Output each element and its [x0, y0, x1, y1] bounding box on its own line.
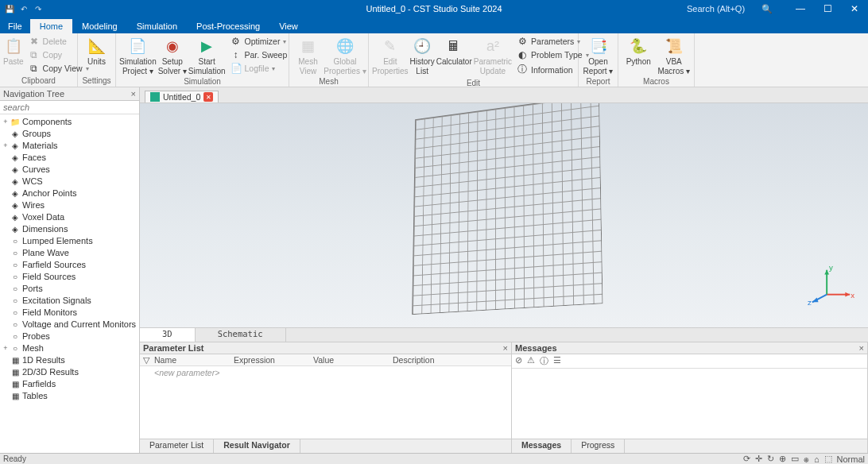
tree-item[interactable]: ○Field Sources — [0, 271, 139, 283]
vba-macros-button[interactable]: 📜VBA Macros ▾ — [657, 35, 692, 75]
tree-item[interactable]: ○Excitation Signals — [0, 295, 139, 307]
units-button[interactable]: 📐Units — [81, 35, 112, 67]
maximize-button[interactable]: ☐ — [814, 0, 841, 17]
tree-expander-icon[interactable]: + — [2, 116, 10, 128]
tree-item[interactable]: ○Plane Wave — [0, 247, 139, 259]
tree-item[interactable]: ◈Voxel Data — [0, 211, 139, 223]
tree-item[interactable]: ▦Farfields — [0, 378, 139, 390]
tree-item[interactable]: ◈Anchor Points — [0, 188, 139, 199]
tree-item[interactable]: ◈Faces — [0, 152, 139, 164]
tree-item[interactable]: +📁Components — [0, 116, 139, 128]
tab-file[interactable]: File — [0, 19, 30, 33]
optimizer-button[interactable]: ⚙Optimizer — [227, 35, 291, 48]
tree-expander-icon[interactable] — [2, 378, 10, 390]
status-icon-4[interactable]: ⊕ — [779, 454, 786, 464]
tree-expander-icon[interactable] — [2, 128, 10, 140]
tree-expander-icon[interactable] — [2, 259, 10, 271]
tree-item[interactable]: +◈Materials — [0, 140, 139, 152]
tree-expander-icon[interactable] — [2, 271, 10, 283]
tab-home[interactable]: Home — [30, 19, 72, 33]
tree-expander-icon[interactable] — [2, 152, 10, 164]
setup-solver-button[interactable]: ◉Setup Solver ▾ — [158, 35, 187, 75]
tab-view[interactable]: View — [269, 19, 308, 33]
parametric-update-button[interactable]: a²Parametric Update — [474, 35, 512, 75]
tree-expander-icon[interactable] — [2, 164, 10, 176]
status-icon-3[interactable]: ↻ — [767, 454, 774, 464]
tree-expander-icon[interactable] — [2, 307, 10, 319]
search-box[interactable]: 🔍 — [687, 4, 773, 14]
tree-expander-icon[interactable] — [2, 295, 10, 307]
status-icon-1[interactable]: ⟳ — [743, 454, 750, 464]
calculator-button[interactable]: 🖩Calculator — [436, 35, 472, 67]
tree-item[interactable]: ○Farfield Sources — [0, 259, 139, 271]
tree-expander-icon[interactable] — [2, 354, 10, 366]
open-report-button[interactable]: 📑Open Report ▾ — [582, 35, 614, 75]
col-expression[interactable]: Expression — [231, 354, 310, 365]
tree-expander-icon[interactable] — [2, 247, 10, 259]
par-sweep-button[interactable]: ↕Par. Sweep — [227, 48, 291, 61]
tree-expander-icon[interactable] — [2, 199, 10, 211]
tree-item[interactable]: ▦Tables — [0, 390, 139, 402]
edit-properties-button[interactable]: ✎Edit Properties — [372, 35, 409, 75]
qat-save-icon[interactable]: 💾 — [5, 4, 14, 14]
tree-expander-icon[interactable] — [2, 331, 10, 342]
status-icon-5[interactable]: ▭ — [791, 454, 799, 464]
simulation-project-button[interactable]: 📄Simulation Project ▾ — [119, 35, 157, 75]
tab-simulation[interactable]: Simulation — [127, 19, 187, 33]
view-tab-3d[interactable]: 3D — [140, 328, 196, 342]
qat-redo-icon[interactable]: ↷ — [33, 4, 43, 14]
start-simulation-button[interactable]: ▶Start Simulation — [188, 35, 226, 75]
qat-undo-icon[interactable]: ↶ — [19, 4, 29, 14]
nav-tree-search[interactable] — [0, 101, 139, 114]
logfile-button[interactable]: 📄Logfile — [227, 62, 291, 75]
msg-clear-icon[interactable]: ⊘ — [515, 355, 522, 367]
new-parameter-row[interactable]: <new parameter> — [140, 366, 511, 439]
tree-item[interactable]: ◈Groups — [0, 128, 139, 140]
tree-expander-icon[interactable] — [2, 319, 10, 331]
messages-close-icon[interactable]: × — [859, 343, 864, 353]
tree-item[interactable]: ◈Wires — [0, 199, 139, 211]
tab-messages[interactable]: Messages — [512, 439, 572, 453]
filter-icon[interactable]: ▽ — [140, 354, 151, 365]
global-properties-button[interactable]: 🌐Global Properties ▾ — [325, 35, 365, 75]
nav-tree[interactable]: +📁Components ◈Groups+◈Materials ◈Faces ◈… — [0, 114, 139, 453]
status-icon-2[interactable]: ✛ — [755, 454, 762, 464]
tree-item[interactable]: ▦2D/3D Results — [0, 366, 139, 378]
tree-expander-icon[interactable]: + — [2, 342, 10, 354]
nav-tree-close-icon[interactable]: × — [131, 89, 136, 99]
col-name[interactable]: Name — [151, 354, 231, 365]
status-normal[interactable]: Normal — [837, 454, 865, 464]
history-list-button[interactable]: 🕘History List — [410, 35, 435, 75]
tree-expander-icon[interactable]: + — [2, 140, 10, 152]
doc-tab-untitled[interactable]: Untitled_0 ✕ — [145, 91, 219, 102]
tab-postprocessing[interactable]: Post-Processing — [187, 19, 269, 33]
mesh-view-button[interactable]: ▦Mesh View — [293, 35, 324, 75]
python-button[interactable]: 🐍Python — [622, 35, 656, 67]
tree-item[interactable]: ○Ports — [0, 283, 139, 295]
msg-warning-icon[interactable]: ⚠ — [527, 355, 535, 367]
tree-item[interactable]: ○Probes — [0, 331, 139, 342]
minimize-button[interactable]: — — [787, 0, 814, 17]
3d-viewport[interactable]: x y z — [140, 103, 868, 327]
tree-item[interactable]: ◈WCS — [0, 176, 139, 188]
tree-item[interactable]: +○Mesh — [0, 342, 139, 354]
close-button[interactable]: ✕ — [841, 0, 868, 17]
doc-tab-close-icon[interactable]: ✕ — [203, 92, 213, 102]
tab-modeling[interactable]: Modeling — [72, 19, 127, 33]
col-description[interactable]: Description — [389, 354, 511, 365]
tree-expander-icon[interactable] — [2, 223, 10, 235]
view-tab-schematic[interactable]: Schematic — [196, 328, 286, 342]
tab-progress[interactable]: Progress — [572, 439, 625, 453]
tree-item[interactable]: ◈Dimensions — [0, 223, 139, 235]
col-value[interactable]: Value — [310, 354, 389, 365]
tree-expander-icon[interactable] — [2, 176, 10, 188]
search-input[interactable] — [687, 4, 758, 14]
status-icon-7[interactable]: ⌂ — [814, 454, 820, 464]
tree-item[interactable]: ▦1D Results — [0, 354, 139, 366]
status-icon-8[interactable]: ⬚ — [824, 454, 832, 464]
tree-item[interactable]: ◈Curves — [0, 164, 139, 176]
tab-parameter-list[interactable]: Parameter List — [140, 439, 214, 453]
tree-expander-icon[interactable] — [2, 283, 10, 295]
tree-expander-icon[interactable] — [2, 390, 10, 402]
tree-item[interactable]: ○Lumped Elements — [0, 235, 139, 247]
